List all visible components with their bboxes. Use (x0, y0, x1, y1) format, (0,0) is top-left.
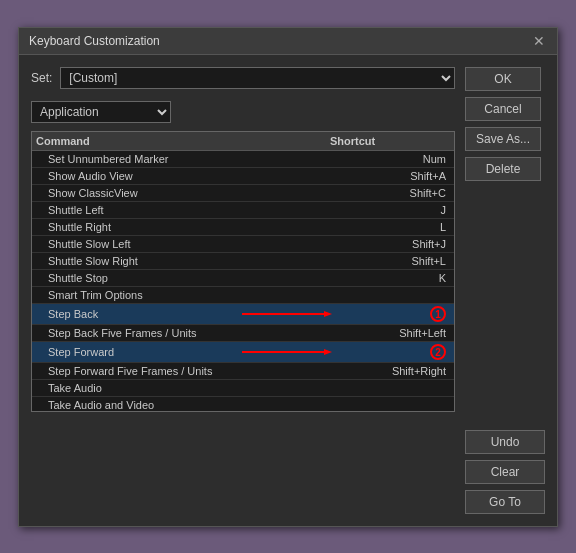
undo-button[interactable]: Undo (465, 430, 545, 454)
table-row[interactable]: Take Audio and Video (32, 397, 454, 411)
dialog-title: Keyboard Customization (29, 34, 160, 48)
cell-shortcut: Shift+L (330, 255, 450, 267)
table-body[interactable]: Set Unnumbered MarkerNumShow Audio ViewS… (32, 151, 454, 411)
ok-button[interactable]: OK (465, 67, 541, 91)
cell-shortcut: K (330, 272, 450, 284)
column-header-command: Command (36, 135, 330, 147)
cell-command: Shuttle Left (36, 204, 330, 216)
cell-shortcut: J (330, 204, 450, 216)
annotation-arrow-svg (242, 345, 332, 359)
column-header-shortcut: Shortcut (330, 135, 450, 147)
save-as-button[interactable]: Save As... (465, 127, 541, 151)
left-panel: Set: [Custom] Application Command Shortc… (31, 67, 455, 412)
bottom-buttons: Undo Clear Go To (19, 424, 557, 526)
set-label: Set: (31, 71, 52, 85)
table-row[interactable]: Shuttle StopK (32, 270, 454, 287)
table-row[interactable]: Shuttle Slow RightShift+L (32, 253, 454, 270)
cell-command: Show ClassicView (36, 187, 330, 199)
table-header: Command Shortcut (32, 132, 454, 151)
table-row[interactable]: Shuttle Slow LeftShift+J (32, 236, 454, 253)
clear-button[interactable]: Clear (465, 460, 545, 484)
close-button[interactable]: ✕ (531, 34, 547, 48)
dialog-body: Set: [Custom] Application Command Shortc… (19, 55, 557, 424)
table-row[interactable]: Step Forward2 (32, 342, 454, 363)
cell-shortcut: L (330, 221, 450, 233)
table-row[interactable]: Show Audio ViewShift+A (32, 168, 454, 185)
table-row[interactable]: Shuttle LeftJ (32, 202, 454, 219)
table-row[interactable]: Step Back1 (32, 304, 454, 325)
table-row[interactable]: Step Forward Five Frames / UnitsShift+Ri… (32, 363, 454, 380)
cell-command: Step Back Five Frames / Units (36, 327, 330, 339)
cell-shortcut: 2 (330, 344, 450, 360)
cell-command: Shuttle Slow Right (36, 255, 330, 267)
table-row[interactable]: Take Audio (32, 380, 454, 397)
cell-command: Step Forward Five Frames / Units (36, 365, 330, 377)
cell-command: Shuttle Stop (36, 272, 330, 284)
table-row[interactable]: Smart Trim Options (32, 287, 454, 304)
go-to-button[interactable]: Go To (465, 490, 545, 514)
table-row[interactable]: Show ClassicViewShift+C (32, 185, 454, 202)
cell-shortcut: Shift+C (330, 187, 450, 199)
cell-command: Smart Trim Options (36, 289, 330, 301)
cell-command: Set Unnumbered Marker (36, 153, 330, 165)
keyboard-customization-dialog: Keyboard Customization ✕ Set: [Custom] A… (18, 27, 558, 527)
set-select[interactable]: [Custom] (60, 67, 455, 89)
cell-command: Shuttle Right (36, 221, 330, 233)
cell-shortcut: Shift+J (330, 238, 450, 250)
cell-shortcut: Shift+A (330, 170, 450, 182)
cell-command: Show Audio View (36, 170, 330, 182)
title-bar: Keyboard Customization ✕ (19, 28, 557, 55)
cell-command: Take Audio (36, 382, 330, 394)
app-dropdown-row: Application (31, 101, 455, 123)
cancel-button[interactable]: Cancel (465, 97, 541, 121)
cell-shortcut: Shift+Left (330, 327, 450, 339)
commands-table: Command Shortcut Set Unnumbered MarkerNu… (31, 131, 455, 412)
cell-command: Take Audio and Video (36, 399, 330, 411)
svg-marker-3 (324, 349, 332, 355)
cell-command: Shuttle Slow Left (36, 238, 330, 250)
cell-shortcut: Shift+Right (330, 365, 450, 377)
app-select[interactable]: Application (31, 101, 171, 123)
annotation-arrow-svg (242, 307, 332, 321)
annotation-circle: 2 (430, 344, 446, 360)
svg-marker-1 (324, 311, 332, 317)
cell-shortcut: Num (330, 153, 450, 165)
table-row[interactable]: Set Unnumbered MarkerNum (32, 151, 454, 168)
annotation-circle: 1 (430, 306, 446, 322)
table-row[interactable]: Step Back Five Frames / UnitsShift+Left (32, 325, 454, 342)
cell-shortcut: 1 (330, 306, 450, 322)
table-row[interactable]: Shuttle RightL (32, 219, 454, 236)
delete-button[interactable]: Delete (465, 157, 541, 181)
set-row: Set: [Custom] (31, 67, 455, 89)
right-panel: OK Cancel Save As... Delete (465, 67, 545, 412)
